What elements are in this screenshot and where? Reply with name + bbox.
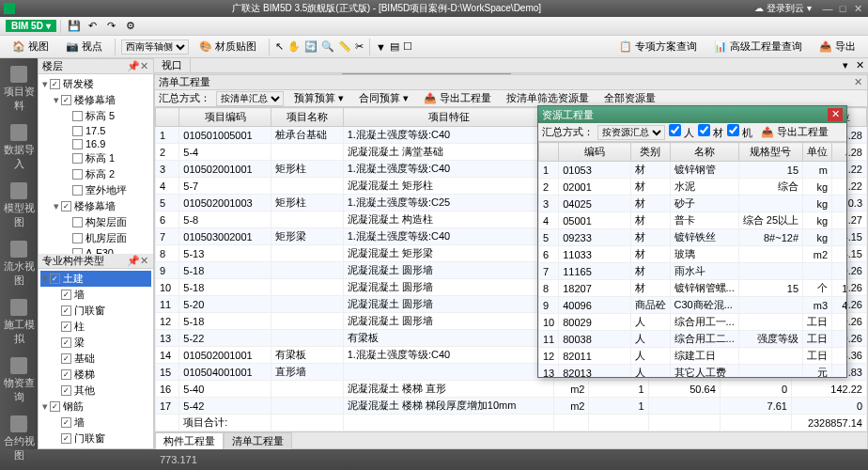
table-row[interactable]: 1382013人其它人工费元67.628167.63 — [539, 365, 847, 378]
tree-item[interactable]: 标高 5 — [40, 108, 151, 124]
table-row[interactable]: 940096商品砼C30商砼混...m34831.7134101981002.3… — [539, 297, 847, 314]
col-header[interactable]: 项目特征 — [343, 108, 554, 127]
special-query-button[interactable]: 📋 专项方案查询 — [612, 37, 704, 56]
view-button[interactable]: 🏠 视图 — [6, 37, 55, 56]
table-row[interactable]: 304025材砂子kg683.0440.0427.32 — [539, 196, 847, 212]
viewpoint-button[interactable]: 📷 视点 — [59, 37, 109, 56]
tree-item[interactable]: 室外地坪 — [40, 182, 151, 198]
pan-icon[interactable]: ✋ — [287, 40, 301, 53]
tree-item[interactable]: ✓楼梯 — [40, 367, 151, 383]
tree-item[interactable]: 标高 2 — [40, 166, 151, 182]
table-row[interactable]: 165-40泥凝混凝土 楼梯 直形m2150.640142.22 — [156, 381, 867, 398]
table-row[interactable]: 611033材玻璃m211.9407.386.39 — [539, 246, 847, 263]
spec-tree[interactable]: ▾✓土建✓墙✓门联窗✓柱✓梁✓基础✓楼梯✓其他▾✓钢筋✓墙✓门联窗✓柱✓梁✓基础… — [39, 269, 153, 448]
section-icon[interactable]: ✂ — [355, 40, 364, 53]
orbit-icon[interactable]: 🔄 — [304, 40, 318, 53]
tree-item[interactable]: ✓门联窗 — [40, 303, 151, 319]
redo-icon[interactable]: ↷ — [104, 19, 119, 34]
tree-item[interactable]: 标高 1 — [40, 150, 151, 166]
tree-item[interactable]: ▾✓研发楼 — [40, 76, 151, 92]
col-header[interactable]: 项目编码 — [179, 108, 271, 127]
resource-header[interactable]: 资源工程量 ✕ — [538, 106, 846, 123]
table-row[interactable]: 405001材普卡综合 25以上kg262.0590.45117.93 — [539, 212, 847, 229]
tree-item[interactable]: ▾✓土建 — [40, 271, 151, 287]
filter-person[interactable]: 人 — [669, 124, 694, 140]
table-row[interactable]: 711165材雨水斗19.4434.6790.8 — [539, 263, 847, 280]
3d-viewport[interactable]: 🏠 — [154, 73, 868, 74]
table-row[interactable]: 101053材镀锌钢管15m862.2593.993440.41 — [539, 162, 847, 179]
tree-item[interactable]: ✓门联窗 — [40, 431, 151, 446]
tree-item[interactable]: 17.5 — [40, 124, 151, 137]
tree-item[interactable]: ▾✓楼修幕墙 — [40, 198, 151, 214]
tree-item[interactable]: ✓柱 — [40, 446, 151, 448]
table-row[interactable]: 509233材镀锌铁丝8#~12#kg11.8353.8545.56 — [539, 229, 847, 246]
filter-machine[interactable]: 机 — [727, 124, 752, 140]
undo-icon[interactable]: ↶ — [85, 19, 101, 34]
select-icon[interactable]: ☐ — [403, 40, 412, 53]
budget-btn[interactable]: 预算预算 ▾ — [289, 89, 349, 107]
panel-close-icon[interactable]: ✕ — [138, 256, 149, 267]
viewport-tab[interactable]: 视口 — [154, 57, 191, 73]
resource-grid[interactable]: 编码类别名称规格型号单位工程量单价合价(元)101053材镀锌钢管15m862.… — [538, 142, 846, 377]
tree-item[interactable]: ✓基础 — [40, 351, 151, 367]
panel-close-icon[interactable]: ✕ — [138, 61, 149, 72]
res-summary-select[interactable]: 按资源汇总 — [597, 125, 665, 140]
table-row[interactable]: 818207材镀锌钢管螺...15个1383.8410.52719.6 — [539, 280, 847, 297]
col-header[interactable]: 编码 — [559, 143, 630, 162]
zoom-icon[interactable]: 🔍 — [321, 40, 334, 53]
table-row[interactable]: 1080029人综合用工一...工日203.0975811779.64 — [539, 314, 847, 331]
tree-item[interactable]: 构架层面 — [40, 214, 151, 230]
tree-item[interactable]: ✓柱 — [40, 319, 151, 335]
tree-item[interactable]: ✓墙 — [40, 415, 151, 431]
sidebar-item[interactable]: 施工模拟 — [0, 293, 38, 352]
filter-material[interactable]: 材 — [698, 124, 723, 140]
col-header[interactable]: 单位 — [803, 143, 832, 162]
brand-menu[interactable]: BIM 5D ▾ — [6, 20, 56, 32]
tree-item[interactable]: ▾✓楼修幕墙 — [40, 92, 151, 108]
col-header[interactable] — [539, 143, 559, 162]
summary-select[interactable]: 按清单汇总 — [216, 91, 284, 106]
advanced-query-button[interactable]: 📊 高级工程量查询 — [707, 37, 809, 56]
table-row[interactable]: 1282011人综建工日工日147.09132.534784.88 — [539, 348, 847, 365]
tree-item[interactable]: ▾✓钢筋 — [40, 399, 151, 415]
sidebar-item[interactable]: 项目资料 — [0, 60, 38, 118]
axis-select[interactable]: 西南等轴侧 — [121, 39, 189, 55]
component-qty-tab[interactable]: 构件工程量 — [155, 432, 224, 449]
list-qty-tab[interactable]: 清单工程量 — [224, 432, 292, 449]
maximize-button[interactable]: □ — [836, 3, 849, 14]
export-res-btn[interactable]: 📤 导出工程量 — [756, 123, 833, 141]
tree-item[interactable]: 16.9 — [40, 137, 151, 150]
col-header[interactable]: 规格型号 — [738, 143, 802, 162]
texture-button[interactable]: 🎨 材质贴图 — [193, 37, 263, 56]
sidebar-item[interactable]: 流水视图 — [0, 235, 38, 293]
col-header[interactable]: 项目名称 — [271, 108, 343, 127]
sidebar-item[interactable]: 合约视图 — [0, 410, 38, 468]
col-header[interactable]: 类别 — [630, 143, 670, 162]
tab-menu-icon[interactable]: ▾ — [839, 59, 852, 71]
floor-tree[interactable]: ▾✓研发楼▾✓楼修幕墙标高 517.516.9标高 1标高 2室外地坪▾✓楼修幕… — [39, 74, 153, 254]
table-row[interactable]: 1180038人综合用工二...强度等级工日14.5644806990.72 — [539, 331, 847, 348]
table-row[interactable]: 175-42泥凝混凝土 楼梯 梯段厚度增加10mmm217.610 — [156, 398, 867, 415]
tree-item[interactable]: 机房层面 — [40, 230, 151, 246]
pin-icon[interactable]: 📌 — [127, 61, 138, 72]
tab-close-icon[interactable]: ✕ — [852, 59, 868, 71]
save-icon[interactable]: 💾 — [67, 19, 82, 34]
resource-window[interactable]: 资源工程量 ✕ 汇总方式： 按资源汇总 人 材 机 📤 导出工程量 编码类别名称… — [537, 105, 847, 378]
sidebar-item[interactable]: 模型视图 — [0, 177, 38, 235]
close-button[interactable]: ✕ — [851, 3, 864, 14]
minimize-button[interactable]: — — [821, 3, 834, 14]
close-icon[interactable]: ✕ — [828, 108, 843, 121]
settings-icon[interactable]: ⚙ — [123, 19, 138, 34]
pin-icon[interactable]: 📌 — [127, 256, 138, 267]
layers-icon[interactable]: ▤ — [390, 40, 399, 53]
cursor-icon[interactable]: ↖ — [275, 40, 284, 53]
col-header[interactable] — [156, 108, 179, 127]
table-row[interactable]: 项目合计:2328857.14 — [156, 415, 867, 431]
table-row[interactable]: 202001材水泥综合kg113.2770.3741.91 — [539, 179, 847, 196]
tree-item[interactable]: A-F30 — [40, 246, 151, 254]
sidebar-item[interactable]: 数据导入 — [0, 118, 38, 177]
cloud-login[interactable]: ☁ 登录到云 ▾ — [754, 2, 812, 15]
export-button[interactable]: 📤 导出 — [813, 37, 862, 56]
tree-item[interactable]: ✓墙 — [40, 287, 151, 303]
sidebar-item[interactable]: 物资查询 — [0, 352, 38, 410]
